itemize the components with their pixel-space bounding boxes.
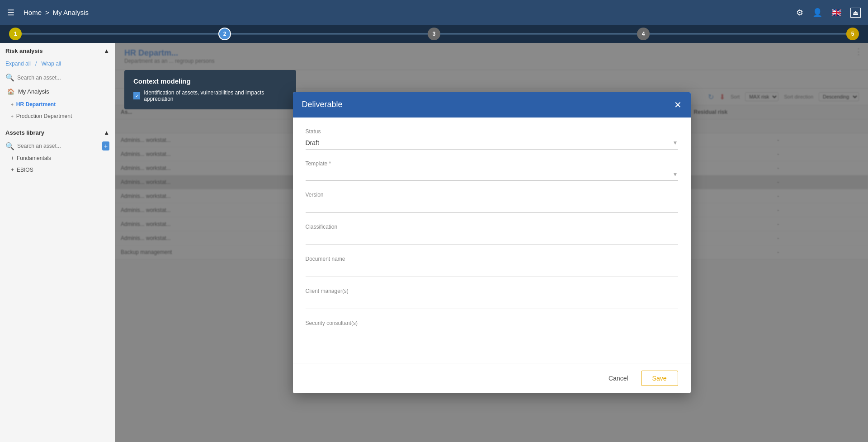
version-field: Version	[306, 192, 678, 213]
tree-expand-icon: +	[11, 102, 14, 107]
deliverable-dialog: Deliverable ✕ Status Draft ▼ Template	[293, 92, 691, 393]
document-name-field: Document name	[306, 256, 678, 277]
menu-icon[interactable]: ☰	[7, 8, 14, 18]
classification-input[interactable]	[306, 232, 678, 245]
home-link[interactable]: Home	[24, 9, 42, 16]
dialog-backdrop: Deliverable ✕ Status Draft ▼ Template	[115, 43, 868, 442]
status-dropdown-icon: ▼	[673, 140, 678, 146]
production-department-label: Production Department	[16, 113, 72, 119]
search-icon: 🔍	[5, 73, 14, 82]
dialog-title: Deliverable	[302, 100, 343, 109]
collapse-icon: ▲	[104, 47, 109, 54]
client-managers-field: Client manager(s)	[306, 288, 678, 309]
template-field: Template * ▼	[306, 160, 678, 181]
sidebar-search: 🔍	[0, 71, 115, 85]
security-consultant-input[interactable]	[306, 328, 678, 341]
header-icons: ⚙ 👤 🇬🇧 ⏏	[796, 8, 861, 18]
step-5[interactable]: 5	[846, 28, 859, 40]
security-consultant-field: Security consultant(s)	[306, 320, 678, 341]
security-consultant-label: Security consultant(s)	[306, 320, 678, 326]
assets-library-header[interactable]: Assets library ▲	[0, 126, 115, 140]
dialog-header: Deliverable ✕	[293, 92, 691, 118]
step-4[interactable]: 4	[637, 28, 650, 40]
assets-search: 🔍 +	[0, 140, 115, 152]
breadcrumb-separator: >	[45, 9, 49, 16]
assets-library-label: Assets library	[5, 129, 44, 136]
sidebar: Risk analysis ▲ Expand all / Wrap all 🔍 …	[0, 43, 115, 442]
document-name-input[interactable]	[306, 264, 678, 277]
template-label: Template *	[306, 160, 678, 167]
client-managers-label: Client manager(s)	[306, 288, 678, 294]
template-dropdown-icon: ▼	[673, 171, 678, 178]
classification-label: Classification	[306, 224, 678, 230]
assets-search-input[interactable]	[17, 143, 99, 149]
step-1[interactable]: 1	[9, 28, 22, 40]
main-layout: Risk analysis ▲ Expand all / Wrap all 🔍 …	[0, 43, 868, 442]
document-name-label: Document name	[306, 256, 678, 262]
home-nav-icon: 🏠	[7, 88, 14, 95]
logout-icon[interactable]: ⏏	[850, 8, 861, 18]
fundamentals-expand-icon: +	[11, 155, 14, 161]
add-asset-button[interactable]: +	[102, 141, 109, 150]
fundamentals-label: Fundamentals	[17, 155, 51, 161]
assets-library-section: Assets library ▲ 🔍 + + Fundamentals + EB…	[0, 126, 115, 176]
status-select-row[interactable]: Draft ▼	[306, 136, 678, 150]
assets-search-icon: 🔍	[5, 142, 14, 150]
version-input[interactable]	[306, 200, 678, 213]
expand-all-btn[interactable]: Expand all	[5, 61, 31, 67]
classification-field: Classification	[306, 224, 678, 245]
save-button[interactable]: Save	[641, 371, 678, 386]
client-managers-input[interactable]	[306, 296, 678, 309]
dialog-close-button[interactable]: ✕	[674, 99, 682, 110]
fundamentals-group[interactable]: + Fundamentals	[0, 152, 115, 164]
header-nav: ☰ Home > My Analysis	[7, 8, 796, 18]
my-analysis-label: My Analysis	[18, 88, 49, 95]
template-select-row[interactable]: ▼	[306, 169, 678, 181]
current-page-label: My Analysis	[53, 9, 89, 16]
step-2[interactable]: 2	[218, 28, 231, 40]
wrap-all-btn[interactable]: Wrap all	[41, 61, 61, 67]
content-area: HR Departm... Department as an ... regro…	[115, 43, 868, 442]
sidebar-hr-department[interactable]: + HR Department	[0, 99, 115, 110]
cancel-button[interactable]: Cancel	[601, 371, 636, 386]
ebios-expand-icon: +	[11, 167, 14, 173]
tree-expand-icon-2: +	[11, 114, 14, 119]
status-field: Status Draft ▼	[306, 128, 678, 150]
progress-bar: 1 2 3 4 5	[0, 25, 868, 43]
risk-analysis-section[interactable]: Risk analysis ▲	[0, 43, 115, 59]
sidebar-my-analysis[interactable]: 🏠 My Analysis	[0, 85, 115, 99]
ebios-group[interactable]: + EBIOS	[0, 164, 115, 176]
status-value: Draft	[306, 139, 319, 146]
step-3[interactable]: 3	[428, 28, 440, 40]
assets-collapse-icon: ▲	[104, 129, 109, 136]
sidebar-search-input[interactable]	[17, 75, 109, 81]
settings-icon[interactable]: ⚙	[796, 8, 803, 18]
user-icon[interactable]: 👤	[812, 8, 822, 18]
ebios-label: EBIOS	[17, 167, 33, 173]
header: ☰ Home > My Analysis ⚙ 👤 🇬🇧 ⏏	[0, 0, 868, 25]
risk-analysis-label: Risk analysis	[5, 47, 42, 54]
sidebar-production-department[interactable]: + Production Department	[0, 110, 115, 122]
hr-department-label: HR Department	[16, 101, 56, 108]
flag-icon[interactable]: 🇬🇧	[831, 8, 841, 18]
status-label: Status	[306, 128, 678, 135]
dialog-body: Status Draft ▼ Template * ▼	[293, 118, 691, 363]
dialog-footer: Cancel Save	[293, 363, 691, 393]
version-label: Version	[306, 192, 678, 198]
sidebar-actions: Expand all / Wrap all	[0, 59, 115, 71]
